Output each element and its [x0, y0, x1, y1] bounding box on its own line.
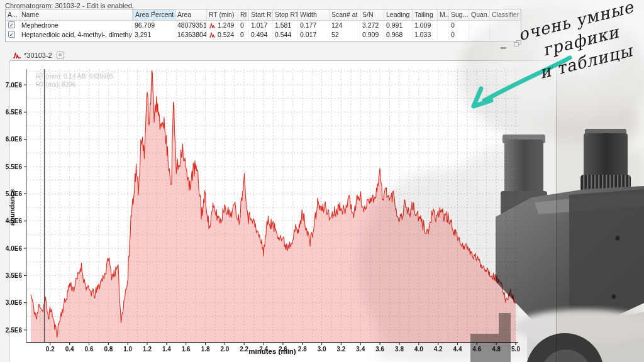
column-header-area[interactable]: Area — [175, 9, 207, 20]
cell-quan — [469, 30, 490, 40]
column-header-area_percent[interactable]: Area Percent▴ — [133, 9, 175, 20]
column-header-stop_rt[interactable]: Stop RT — [273, 9, 298, 20]
cell-rt_min: 0.524 — [207, 30, 238, 40]
cell-leading: 0.968 — [384, 30, 413, 40]
cell-width: 0.017 — [298, 30, 330, 40]
cell-leading: 0.991 — [384, 21, 413, 30]
cell-stop_rt: 1.581 — [273, 21, 298, 30]
column-header-sug[interactable]: Sug... — [449, 9, 469, 20]
peak-checkbox[interactable]: ✓ — [8, 31, 15, 38]
cell-area_percent: 3.291 — [133, 30, 175, 40]
head-side-panel — [569, 189, 644, 317]
cell-sn: 0.909 — [360, 30, 384, 40]
right-eyepiece — [584, 133, 628, 204]
right-eyepiece-rim — [585, 129, 626, 136]
cell-m — [438, 21, 449, 30]
cell-area_percent: 96.709 — [133, 21, 175, 30]
cell-ri: 0 — [238, 21, 249, 30]
column-header-ri[interactable]: RI — [238, 9, 249, 20]
cell-ri: 0 — [238, 30, 249, 40]
cell-scan_at: 124 — [330, 21, 360, 30]
cell-rt_min: 1.249 — [207, 21, 238, 30]
column-header-width[interactable]: Width — [298, 9, 330, 20]
peak-table: A...NameArea Percent▴AreaRT (min)RIStart… — [5, 9, 521, 42]
peak-table-filler — [6, 40, 521, 41]
x-axis-label: minutes (min) — [209, 348, 335, 355]
column-header-tailing[interactable]: Tailing — [413, 9, 438, 20]
cell-area: 16363804 — [175, 30, 207, 40]
chromatogram-panel — [9, 60, 557, 362]
cell-start_rt: 1.017 — [249, 21, 273, 30]
tab-label: *30103-2 — [24, 52, 52, 59]
cell-width: 0.177 — [298, 21, 330, 30]
cell-start_rt: 0.494 — [249, 30, 273, 40]
cell-sn: 3.272 — [360, 21, 384, 30]
chromatogram-icon — [13, 52, 21, 58]
peak-icon — [209, 32, 216, 38]
peak-row-1[interactable]: ✓Heptanedioic acid, 4-methyl-, dimethyl … — [6, 30, 521, 40]
cell-scan_at: 52 — [330, 30, 360, 40]
cursor-readout-line1: RT (min): 0.14 AB: 6439905 — [36, 73, 114, 80]
screw — [612, 295, 616, 299]
screw — [616, 236, 620, 241]
cell-area: 480793519 — [175, 21, 207, 30]
peak-table-header: A...NameArea Percent▴AreaRT (min)RIStart… — [6, 9, 521, 21]
column-header-scan_at[interactable]: Scan# at ... — [330, 9, 360, 20]
peak-row-0[interactable]: ✓Mephedrone96.7094807935191.24901.0171.5… — [6, 21, 521, 30]
peak-icon — [209, 23, 216, 28]
focus-ring — [580, 175, 631, 196]
peak-checkbox[interactable]: ✓ — [8, 21, 15, 28]
cell-tailing: 1.033 — [413, 30, 438, 40]
sort-ascending-icon: ▴ — [153, 9, 155, 17]
cell-sug: 0 — [449, 30, 469, 40]
column-header-leading[interactable]: Leading — [384, 9, 413, 20]
cell-name: Mephedrone — [19, 21, 133, 30]
cell-tailing: 1.009 — [413, 21, 438, 30]
column-header-m[interactable]: M.. — [438, 9, 449, 20]
column-header-quan[interactable]: Quan... — [469, 9, 490, 20]
app-window: Chromatogram: 30103-2 - Edit is enabled.… — [0, 0, 644, 362]
cell-m — [438, 30, 449, 40]
cell-stop_rt: 0.544 — [273, 30, 298, 40]
column-header-start_rt[interactable]: Start RT — [249, 9, 273, 20]
y-axis-label: abundance — [8, 178, 17, 236]
handwritten-note: очень умные графики и таблицы — [501, 0, 644, 90]
cell-sug: 0 — [449, 21, 469, 30]
close-icon[interactable]: ✕ — [57, 52, 64, 59]
column-header-rt_min[interactable]: RT (min) — [207, 9, 238, 20]
cursor-readout-line2: RT (ms): 8396 — [36, 81, 76, 88]
cell-check[interactable]: ✓ — [6, 21, 19, 30]
tab-chromatogram-30103-2[interactable]: *30103-2 ✕ — [9, 49, 68, 61]
peak-table-body: ✓Mephedrone96.7094807935191.24901.0171.5… — [6, 21, 521, 40]
cell-quan — [469, 21, 490, 30]
column-header-classifier[interactable]: Classifier — [490, 9, 521, 20]
column-header-name[interactable]: Name — [19, 9, 133, 20]
column-header-sn[interactable]: S/N — [360, 9, 384, 20]
editor-tab-bar: *30103-2 ✕ — [9, 49, 68, 61]
cell-check[interactable]: ✓ — [6, 30, 19, 40]
cell-name: Heptanedioic acid, 4-methyl-, dimethyl e… — [19, 30, 133, 40]
column-header-check[interactable]: A... — [6, 9, 19, 20]
